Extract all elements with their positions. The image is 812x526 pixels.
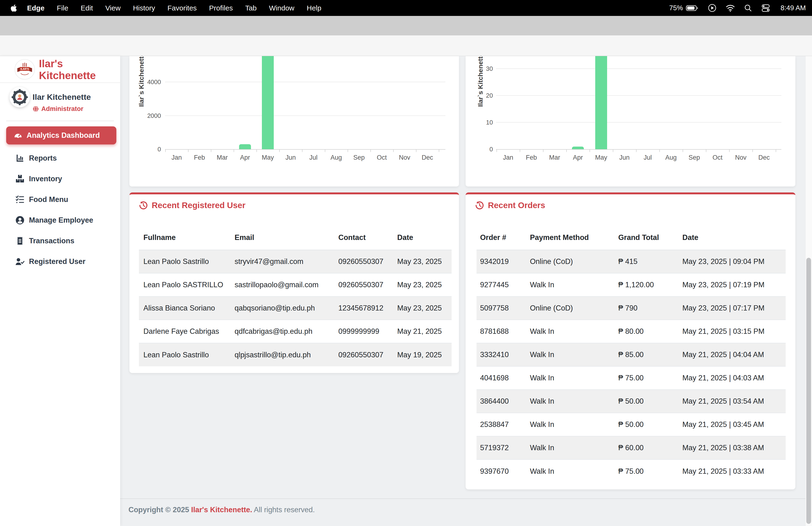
x-axis-tick [706, 149, 706, 152]
table-cell: qabqsoriano@tip.edu.ph [230, 297, 334, 320]
x-tick-label: Feb [189, 154, 210, 161]
sidebar-item-manage-employee[interactable]: Manage Employee [0, 210, 120, 230]
battery-icon [686, 5, 699, 11]
control-center-icon[interactable] [761, 4, 770, 12]
globe-role-icon [32, 106, 39, 112]
bar-apr [239, 144, 251, 149]
y-tick-label: 2000 [132, 112, 161, 119]
sidebar-item-label: Manage Employee [29, 216, 93, 225]
table-row: Lean Paolo SASTRILLOsastrillopaolo@gmail… [139, 273, 452, 297]
wifi-icon[interactable] [726, 4, 735, 12]
sidebar: ILAR'S Ilar's Kitchenette Ilar Kitchenet… [0, 56, 120, 526]
x-tick-label: Dec [753, 154, 775, 161]
sidebar-item-inventory[interactable]: Inventory [0, 168, 120, 189]
history-icon [475, 201, 484, 210]
x-axis-tick [543, 149, 543, 152]
menu-item-profiles[interactable]: Profiles [209, 4, 233, 12]
scrollbar-track[interactable] [806, 56, 812, 526]
table-row: Alissa Bianca Sorianoqabqsoriano@tip.edu… [139, 297, 452, 320]
x-axis-tick [729, 149, 730, 152]
x-tick-label: Nov [394, 154, 415, 161]
menu-item-view[interactable]: View [105, 4, 120, 12]
user-gear-avatar-icon[interactable] [9, 87, 30, 108]
table-row: 3332410Walk In₱ 85.00May 21, 2025 | 04:0… [477, 343, 786, 366]
table-cell: ₱ 85.00 [615, 343, 679, 366]
sidebar-item-reports[interactable]: Reports [0, 148, 120, 168]
play-icon[interactable] [708, 3, 716, 12]
x-tick-label: Dec [417, 154, 438, 161]
table-cell: May 21, 2025 | 03:33 AM [679, 459, 786, 483]
copyright-text: Copyright © 2025 [128, 506, 191, 514]
table-cell: Alissa Bianca Soriano [139, 297, 230, 320]
x-tick-label: Jun [280, 154, 301, 161]
table-row: Lean Paolo Sastrillostryvir47@gmail.com0… [139, 250, 452, 273]
table-cell: May 23, 2025 | 07:19 PM [679, 273, 786, 297]
bar-may [595, 56, 607, 149]
x-axis-tick [659, 149, 660, 152]
table-row: 9277445Walk In₱ 1,120.00May 23, 2025 | 0… [477, 273, 786, 297]
menu-item-tab[interactable]: Tab [245, 4, 257, 12]
sidebar-item-food-menu[interactable]: Food Menu [0, 189, 120, 210]
footer-copyright: Copyright © 2025 Ilar's Kitchenette. All… [128, 506, 315, 514]
x-tick-label: Feb [521, 154, 542, 161]
x-axis-tick [279, 149, 280, 152]
table-row: 3864400Walk In₱ 50.00May 21, 2025 | 03:5… [477, 389, 786, 413]
menu-item-edit[interactable]: Edit [81, 4, 93, 12]
menu-item-window[interactable]: Window [269, 4, 294, 12]
table-cell: May 23, 2025 [393, 273, 452, 297]
page-content: Ilar`s Kitchenette020004000JanFebMarAprM… [120, 56, 812, 526]
recent-orders-card: Recent Orders Order #Payment MethodGrand… [466, 193, 795, 489]
gauge-icon [13, 131, 23, 140]
sidebar-item-registered-user[interactable]: Registered User [0, 251, 120, 272]
table-cell: 3864400 [477, 389, 526, 413]
browser-toolbar: https://ilar-kitchen.cloud/index.php ··· [0, 35, 812, 56]
table-cell: 2538847 [477, 413, 526, 436]
battery-percent: 75% [669, 4, 683, 12]
apple-logo-icon[interactable] [11, 4, 17, 12]
sidebar-item-transactions[interactable]: Transactions [0, 230, 120, 251]
clock: 8:49 AM [781, 4, 806, 12]
x-tick-label: Sep [348, 154, 370, 161]
footer-brand: Ilar's Kitchenette. [191, 506, 252, 514]
x-axis-line [496, 149, 781, 150]
menu-item-help[interactable]: Help [307, 4, 321, 12]
table-cell: May 19, 2025 [393, 343, 452, 366]
user-role: Administrator [32, 105, 83, 113]
table-cell: Walk In [526, 320, 615, 343]
bar-chart-icon [15, 154, 25, 163]
scrollbar-thumb[interactable] [806, 258, 811, 524]
y-tick-label: 0 [466, 146, 493, 153]
sidebar-divider [6, 121, 114, 121]
table-cell: ₱ 75.00 [615, 366, 679, 389]
x-tick-label: Mar [544, 154, 565, 161]
sales-chart-card: Ilar`s Kitchenette020004000JanFebMarAprM… [129, 56, 459, 186]
table-cell: ₱ 50.00 [615, 389, 679, 413]
recent-orders-table: Order #Payment MethodGrand TotalDate9342… [477, 225, 786, 483]
x-tick-label: Aug [660, 154, 682, 161]
sidebar-item-analytics-dashboard[interactable]: Analytics Dashboard [6, 126, 116, 144]
sidebar-item-label: Analytics Dashboard [27, 131, 100, 140]
table-cell: 8781688 [477, 320, 526, 343]
table-cell: 5097758 [477, 297, 526, 320]
brand-row[interactable]: ILAR'S Ilar's Kitchenette [0, 56, 120, 83]
table-cell: Lean Paolo Sastrillo [139, 343, 230, 366]
menu-item-history[interactable]: History [133, 4, 155, 12]
menu-item-favorites[interactable]: Favorites [168, 4, 197, 12]
table-cell: 3332410 [477, 343, 526, 366]
table-cell: ₱ 415 [615, 250, 679, 273]
y-tick-label: 10 [466, 119, 493, 126]
monthly-bar-chart: Ilar`s Kitchenette0102030JanFebMarAprMay… [466, 56, 795, 186]
x-axis-tick [520, 149, 520, 152]
x-axis-tick [566, 149, 567, 152]
x-tick-label: Jul [303, 154, 324, 161]
spotlight-search-icon[interactable] [744, 4, 752, 12]
gridline [165, 115, 446, 116]
sidebar-menu: Analytics DashboardReportsInventoryFood … [0, 126, 120, 272]
sidebar-item-label: Reports [29, 154, 57, 162]
x-axis-tick [683, 149, 683, 152]
bar-apr [572, 146, 584, 149]
table-row: 5719372Walk In₱ 60.00May 21, 2025 | 03:3… [477, 436, 786, 459]
menu-item-edge[interactable]: Edge [27, 4, 44, 12]
table-cell: ₱ 50.00 [615, 413, 679, 436]
menu-item-file[interactable]: File [57, 4, 68, 12]
